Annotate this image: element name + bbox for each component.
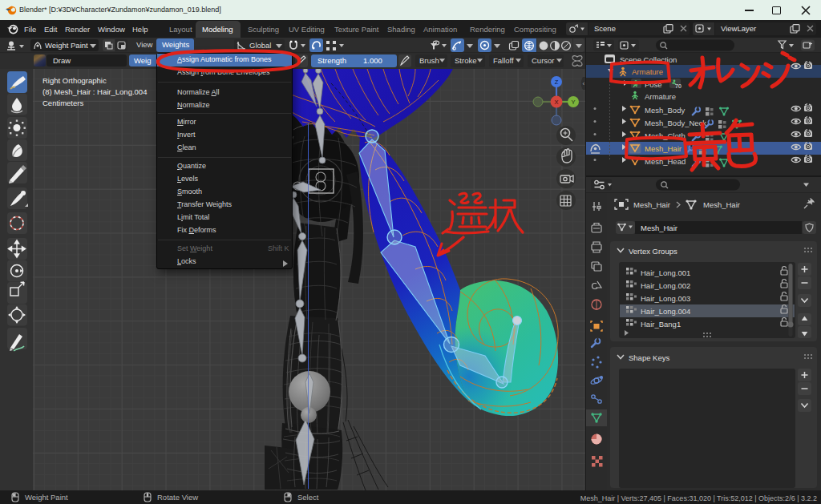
svg-text:Hair_Bang1: Hair_Bang1 [641,320,681,329]
svg-text:Shape Keys: Shape Keys [629,353,669,362]
svg-text:Centimeters: Centimeters [42,99,83,107]
svg-text:Hair_Long.004: Hair_Long.004 [641,307,690,316]
svg-text:70: 70 [675,83,681,89]
svg-text:Mesh_Body: Mesh_Body [645,106,685,115]
svg-text:Mesh_Body_Neck: Mesh_Body_Neck [645,119,706,127]
svg-text:Mesh_Hair: Mesh_Hair [645,144,681,153]
svg-text:Armature: Armature [632,67,663,76]
svg-text:Mesh_Hair: Mesh_Hair [641,224,677,232]
svg-text:Z: Z [555,79,559,86]
svg-text:Mesh_Hair: Mesh_Hair [633,200,670,209]
svg-text:(8) Mesh_Hair : Hair_Long.004: (8) Mesh_Hair : Hair_Long.004 [42,87,147,96]
svg-text:Weight Paint: Weight Paint [25,493,68,502]
svg-text:Hair_Long.001: Hair_Long.001 [641,268,690,277]
svg-text:Y: Y [571,99,575,106]
svg-text:Armature: Armature [645,92,676,101]
svg-text:Hair_Long.003: Hair_Long.003 [641,294,690,303]
svg-text:Mesh_Hair: Mesh_Hair [703,200,740,209]
svg-text:Mesh_Head: Mesh_Head [645,157,686,166]
svg-text:Select: Select [297,493,319,502]
svg-text:Vertex Groups: Vertex Groups [629,247,677,256]
svg-text:Mesh_Cloth: Mesh_Cloth [645,131,686,140]
svg-text:X: X [554,99,558,106]
svg-text:Right Orthographic: Right Orthographic [42,76,107,85]
svg-text:Pose: Pose [645,80,662,89]
svg-text:Hair_Long.002: Hair_Long.002 [641,281,690,290]
svg-text:Scene Collection: Scene Collection [620,55,677,64]
svg-text:Rotate View: Rotate View [157,493,198,502]
